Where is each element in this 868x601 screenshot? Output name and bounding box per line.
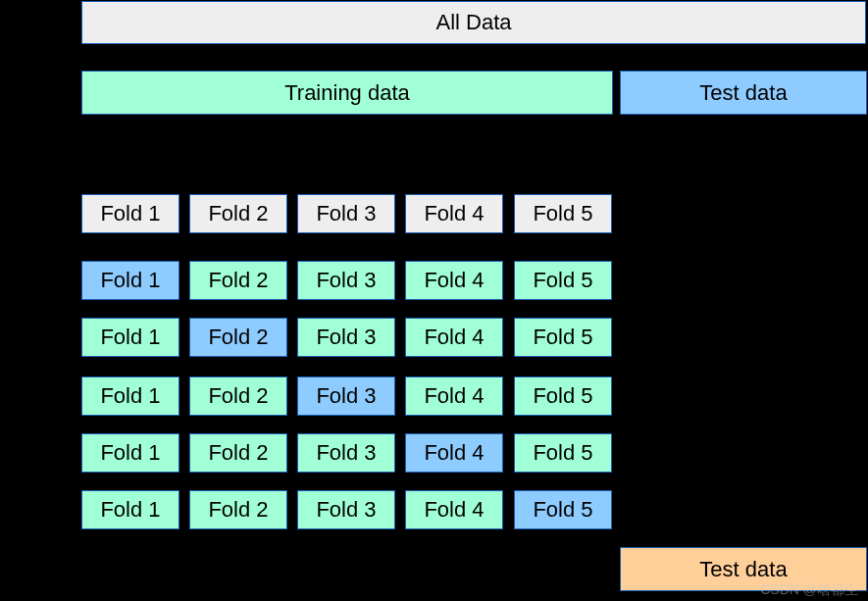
split3-fold2-label: Fold 2 — [208, 383, 268, 409]
split1-fold2-label: Fold 2 — [208, 268, 268, 293]
fold-header-3: Fold 3 — [297, 194, 395, 233]
split1-fold4-label: Fold 4 — [424, 268, 484, 293]
all-data-box: All Data — [81, 1, 866, 44]
split5-fold2-label: Fold 2 — [208, 497, 268, 523]
split1-fold5: Fold 5 — [514, 261, 612, 300]
split3-fold4: Fold 4 — [405, 376, 503, 416]
fold-header-4-label: Fold 4 — [424, 201, 484, 226]
split2-fold5-label: Fold 5 — [533, 325, 592, 350]
split5-fold2: Fold 2 — [189, 490, 287, 529]
split3-fold2: Fold 2 — [189, 376, 287, 416]
final-test-data-label: Test data — [699, 557, 787, 582]
split4-fold3: Fold 3 — [297, 433, 395, 473]
split1-fold1-label: Fold 1 — [100, 268, 160, 293]
split5-fold1-label: Fold 1 — [100, 497, 160, 523]
split3-fold5: Fold 5 — [514, 376, 612, 416]
fold-header-4: Fold 4 — [405, 194, 503, 233]
split2-fold3-label: Fold 3 — [316, 325, 376, 350]
fold-header-5: Fold 5 — [514, 194, 612, 233]
split5-fold1: Fold 1 — [81, 490, 179, 529]
split2-fold1-label: Fold 1 — [100, 325, 160, 350]
split1-fold2: Fold 2 — [189, 261, 287, 300]
split4-fold1-label: Fold 1 — [100, 440, 160, 466]
watermark: CSDN @啥都生 — [760, 581, 858, 599]
split1-fold1: Fold 1 — [81, 261, 179, 300]
split3-fold1-label: Fold 1 — [100, 383, 160, 409]
split2-fold2: Fold 2 — [189, 318, 287, 357]
fold-header-1-label: Fold 1 — [100, 201, 160, 226]
split2-fold4: Fold 4 — [405, 318, 503, 357]
fold-header-2: Fold 2 — [189, 194, 287, 233]
test-data-box: Test data — [620, 71, 867, 115]
split2-fold2-label: Fold 2 — [208, 325, 268, 350]
watermark-text: CSDN @啥都生 — [760, 581, 858, 597]
split3-fold1: Fold 1 — [81, 376, 179, 416]
split4-fold2: Fold 2 — [189, 433, 287, 473]
split5-fold4: Fold 4 — [405, 490, 503, 529]
all-data-label: All Data — [435, 10, 511, 35]
training-data-box: Training data — [81, 71, 613, 115]
split3-fold3: Fold 3 — [297, 376, 395, 416]
split5-fold3: Fold 3 — [297, 490, 395, 529]
fold-header-1: Fold 1 — [81, 194, 179, 233]
split3-fold4-label: Fold 4 — [424, 383, 484, 409]
split4-fold5: Fold 5 — [514, 433, 612, 473]
test-data-label: Test data — [699, 80, 787, 106]
split5-fold5-label: Fold 5 — [533, 497, 592, 523]
split3-fold5-label: Fold 5 — [533, 383, 592, 409]
split2-fold3: Fold 3 — [297, 318, 395, 357]
split1-fold4: Fold 4 — [405, 261, 503, 300]
split1-fold3-label: Fold 3 — [316, 268, 376, 293]
split4-fold5-label: Fold 5 — [533, 440, 592, 466]
split4-fold2-label: Fold 2 — [208, 440, 268, 466]
split2-fold4-label: Fold 4 — [424, 325, 484, 350]
split4-fold4-label: Fold 4 — [424, 440, 484, 466]
split5-fold4-label: Fold 4 — [424, 497, 484, 523]
fold-header-5-label: Fold 5 — [533, 201, 592, 226]
fold-header-2-label: Fold 2 — [208, 201, 268, 226]
split3-fold3-label: Fold 3 — [316, 383, 376, 409]
training-data-label: Training data — [284, 80, 410, 106]
split4-fold1: Fold 1 — [81, 433, 179, 473]
split2-fold5: Fold 5 — [514, 318, 612, 357]
split2-fold1: Fold 1 — [81, 318, 179, 357]
fold-header-3-label: Fold 3 — [316, 201, 376, 226]
split1-fold3: Fold 3 — [297, 261, 395, 300]
split5-fold3-label: Fold 3 — [316, 497, 376, 523]
split4-fold4: Fold 4 — [405, 433, 503, 473]
split5-fold5: Fold 5 — [514, 490, 612, 529]
split1-fold5-label: Fold 5 — [533, 268, 592, 293]
split4-fold3-label: Fold 3 — [316, 440, 376, 466]
